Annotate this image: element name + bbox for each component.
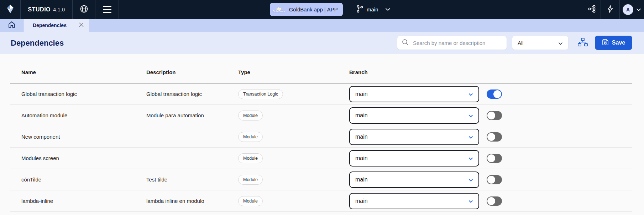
chevron-down-icon xyxy=(468,155,473,162)
chevron-down-icon xyxy=(468,112,473,119)
brand-logo xyxy=(0,0,21,19)
enabled-toggle[interactable] xyxy=(487,175,502,184)
tab-dependencies[interactable]: Dependencies xyxy=(23,19,89,32)
chevron-down-icon xyxy=(558,40,563,46)
branch-dropdown[interactable]: main xyxy=(349,193,479,209)
product-title: STUDIO 4.1.0 xyxy=(21,0,73,19)
dependency-name: New component xyxy=(10,134,146,140)
enabled-toggle[interactable] xyxy=(487,154,502,163)
branch-selected-value: main xyxy=(355,155,368,162)
branch-name-label: main xyxy=(367,6,378,12)
app-name-label: GoldBank app|APP xyxy=(289,6,338,12)
product-name: STUDIO xyxy=(28,6,51,13)
filter-selected-value: All xyxy=(518,40,524,46)
dependency-name: Modules screen xyxy=(10,155,146,161)
branch-dropdown[interactable]: main xyxy=(349,172,479,188)
chevron-down-icon xyxy=(636,6,641,13)
branch-selected-value: main xyxy=(355,176,368,183)
hamburger-icon xyxy=(103,6,111,13)
branch-selected-value: main xyxy=(355,91,368,97)
globe-icon xyxy=(80,5,88,15)
type-badge: Module xyxy=(238,132,263,142)
home-icon xyxy=(8,21,16,30)
tab-bar: Dependencies xyxy=(0,19,644,32)
type-badge: Module xyxy=(238,196,263,206)
dependency-name: Global transaction logic xyxy=(10,91,146,97)
hierarchy-nodes-icon xyxy=(588,5,596,14)
tab-label: Dependencies xyxy=(33,22,79,28)
toggle-knob xyxy=(487,197,495,205)
close-icon[interactable] xyxy=(79,22,84,29)
dependency-name: lambda-inline xyxy=(10,198,146,204)
sitemap-icon xyxy=(577,37,588,48)
user-menu[interactable]: A xyxy=(619,0,644,19)
dependencies-panel: Name Description Type Branch Global tran… xyxy=(0,54,644,215)
branch-selected-value: main xyxy=(355,134,368,140)
table-row: cónTilde Test tilde Module main xyxy=(10,169,632,190)
column-header-name: Name xyxy=(10,69,146,75)
type-filter-dropdown[interactable]: All xyxy=(512,36,569,50)
search-icon xyxy=(402,39,409,47)
column-header-description: Description xyxy=(146,69,238,75)
dependency-name: Automation module xyxy=(10,112,146,118)
branch-dropdown[interactable]: main xyxy=(349,150,479,167)
toggle-knob xyxy=(493,90,501,98)
type-badge: Transaction Logic xyxy=(238,89,283,99)
page-title: Dependencies xyxy=(11,39,64,48)
table-row: lambda-inline lambda inline en modulo Mo… xyxy=(10,190,632,212)
table-row: Modules screen Module main xyxy=(10,148,632,169)
quick-actions-button[interactable] xyxy=(601,0,619,19)
toggle-knob xyxy=(487,133,495,141)
git-branch-icon xyxy=(356,5,363,14)
table-row: New component Module main xyxy=(10,126,632,148)
dependency-description: Test tilde xyxy=(146,176,238,183)
chevron-down-icon xyxy=(385,8,391,11)
toggle-knob xyxy=(487,112,495,119)
search-input[interactable] xyxy=(412,40,502,46)
toggle-knob xyxy=(487,176,495,184)
current-app-badge[interactable]: GoldBank GoldBank app|APP xyxy=(270,3,343,16)
dependencies-table: Name Description Type Branch Global tran… xyxy=(10,54,632,212)
main-menu-button[interactable] xyxy=(95,0,119,19)
lightning-bolt-icon xyxy=(607,5,614,15)
save-button[interactable]: Save xyxy=(595,36,632,50)
enabled-toggle[interactable] xyxy=(487,111,502,120)
enabled-toggle[interactable] xyxy=(487,89,502,99)
goldbank-logo: GoldBank xyxy=(273,7,285,12)
type-badge: Module xyxy=(238,175,263,185)
avatar: A xyxy=(623,4,633,15)
dependency-description: Global transaction logic xyxy=(146,91,238,97)
table-row: Global transaction logic Global transact… xyxy=(10,83,632,105)
table-body: Global transaction logic Global transact… xyxy=(10,83,632,212)
save-label: Save xyxy=(612,40,625,46)
toggle-knob xyxy=(487,154,495,162)
branch-selected-value: main xyxy=(355,198,368,204)
top-navbar: STUDIO 4.1.0 GoldBank GoldBank app|APP xyxy=(0,0,644,19)
language-button[interactable] xyxy=(73,0,95,19)
veritran-diamond-icon xyxy=(6,4,15,15)
dependency-name: cónTilde xyxy=(10,176,146,183)
dependency-description: lambda inline en modulo xyxy=(146,198,238,204)
branch-dropdown[interactable]: main xyxy=(349,86,479,102)
column-header-branch: Branch xyxy=(349,69,479,75)
chevron-down-icon xyxy=(468,134,473,140)
enabled-toggle[interactable] xyxy=(487,196,502,206)
branch-selected-value: main xyxy=(355,112,368,119)
enabled-toggle[interactable] xyxy=(487,132,502,142)
branch-dropdown[interactable]: main xyxy=(349,129,479,145)
table-header-row: Name Description Type Branch xyxy=(10,54,632,83)
environments-button[interactable] xyxy=(583,0,601,19)
home-tab[interactable] xyxy=(0,19,23,32)
search-box[interactable] xyxy=(397,36,507,50)
table-row: Automation module Module para automation… xyxy=(10,105,632,126)
column-header-type: Type xyxy=(238,69,349,75)
page-toolbar: Dependencies All xyxy=(0,32,644,54)
chevron-down-icon xyxy=(468,198,473,204)
dependency-description: Module para automation xyxy=(146,112,238,118)
chevron-down-icon xyxy=(468,176,473,183)
product-version: 4.1.0 xyxy=(53,6,65,12)
branch-dropdown[interactable]: main xyxy=(349,107,479,124)
dependency-tree-button[interactable] xyxy=(576,36,590,49)
branch-selector[interactable]: main xyxy=(356,0,391,19)
type-badge: Module xyxy=(238,111,263,121)
